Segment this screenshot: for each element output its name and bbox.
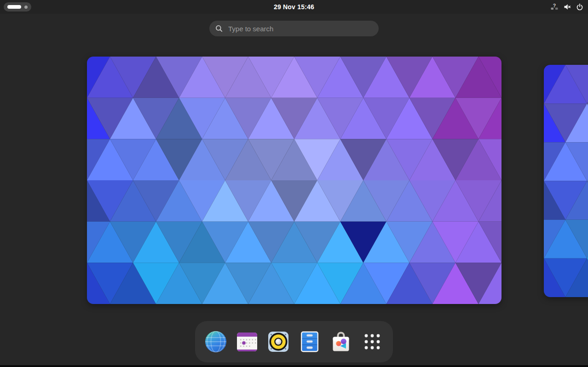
speaker-music-icon: [267, 330, 290, 353]
volume-muted-icon[interactable]: [564, 3, 571, 11]
power-icon[interactable]: [576, 3, 583, 11]
dash: [195, 321, 393, 362]
workspace-2-preview[interactable]: [544, 65, 588, 297]
triangle-wallpaper: [87, 57, 502, 304]
dash-app-files[interactable]: [298, 330, 321, 353]
search-input[interactable]: [227, 24, 373, 33]
top-bar: 29 Nov 15:46 ?: [0, 0, 588, 14]
dash-app-software[interactable]: [329, 330, 352, 353]
search-entry[interactable]: [209, 21, 379, 36]
clock[interactable]: 29 Nov 15:46: [274, 0, 314, 14]
dash-app-music[interactable]: [267, 330, 290, 353]
network-unknown-icon[interactable]: ?: [550, 3, 559, 11]
workspace-1-preview[interactable]: [87, 57, 502, 304]
triangle-wallpaper: [544, 65, 588, 297]
workspace-inactive-dot[interactable]: [24, 6, 28, 9]
dash-app-web[interactable]: [204, 330, 227, 353]
dash-app-calendar[interactable]: [236, 330, 259, 353]
gnome-activities-overview: 29 Nov 15:46 ?: [0, 0, 588, 367]
status-area[interactable]: ?: [550, 0, 583, 14]
svg-text:?: ?: [553, 3, 556, 8]
dash-app-grid[interactable]: [361, 330, 384, 353]
globe-browser-icon: [204, 330, 227, 353]
workspace-active-pill[interactable]: [7, 5, 21, 9]
app-grid-icon: [361, 330, 384, 353]
calendar-icon: [236, 330, 259, 353]
software-bag-icon: [329, 330, 352, 353]
file-cabinet-icon: [298, 330, 321, 353]
workspace-indicator[interactable]: [4, 2, 31, 11]
search-icon: [215, 25, 223, 32]
